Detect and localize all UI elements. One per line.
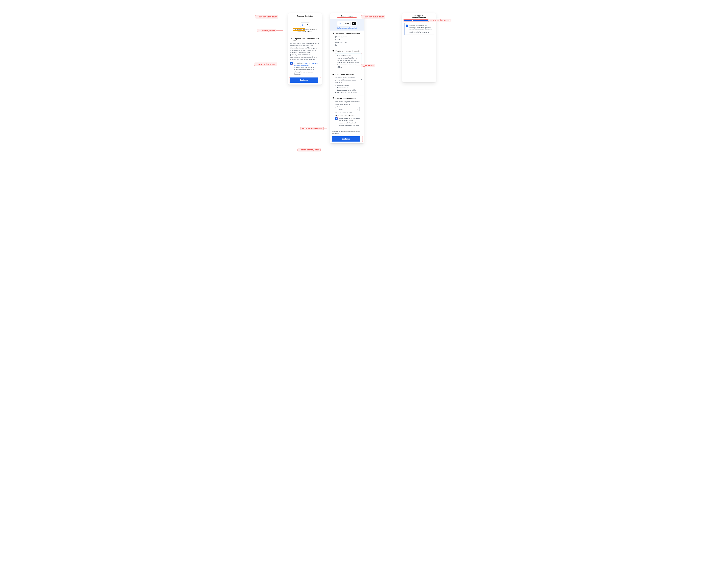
info-expand-row[interactable]: Ao ser redirecionado você só precisa val…: [335, 77, 362, 84]
checkmark-circle-icon: [332, 50, 334, 52]
arrow-left-icon: [290, 15, 292, 17]
info-item: Dados da conta: [337, 87, 362, 89]
info-item: Dados cadastrais: [337, 85, 362, 86]
cnpj-value: {CNPJ}: [335, 38, 362, 41]
processing-alert: i Estamos processando sua solicitação e …: [404, 23, 434, 35]
term-lead: Você estará compartilhando os seus dados…: [335, 101, 362, 106]
purpose-text: Soluções financeiras personalizadas ofer…: [335, 53, 362, 70]
term-heading: Prazo de compartilhamento: [336, 97, 357, 99]
check-icon: [336, 118, 337, 119]
info-heading: Informações solicitadas: [336, 74, 354, 75]
consent-prefix: Li e aceito os: [294, 62, 303, 64]
nav-bar: Termos e Condições: [288, 14, 322, 19]
chevron-right-icon: ›: [361, 77, 362, 84]
accept-terms-checkbox[interactable]: [290, 62, 293, 65]
progress-seg-2: [413, 20, 434, 21]
brand-name: Belvo.: [308, 31, 313, 33]
nav-title: Resumo de compartilhamento: [408, 15, 430, 18]
hero: ◎ belvo. ▦ Saiba mais sobre Banco Itaú: [330, 19, 364, 30]
svg-rect-5: [333, 98, 334, 99]
bank-logo-icon: ▦: [352, 22, 356, 25]
purpose-heading: Propósito do compartilhamento: [336, 50, 360, 52]
nav-title: Termos e Condições: [294, 15, 322, 17]
logo-pair: ◎ b.: [300, 22, 310, 27]
progress-seg-1: [404, 20, 412, 21]
company-name-value: {Company_name}: [335, 36, 362, 38]
screen-summary: Resumo de compartilhamento i Estamos pro…: [402, 14, 436, 82]
info-icon: [332, 74, 334, 76]
period-until: Até 26 de Janeiro de 2024: [335, 112, 362, 114]
partner-logo-icon: ◎: [338, 22, 342, 25]
screen-terms: Termos e Condições ◎ b. {companyName} se…: [288, 14, 322, 85]
nav-title: Consentimento: [336, 15, 364, 17]
privacy-body: Na Belvo, valorizamos a transparência e …: [290, 42, 320, 61]
period-label: Período: [337, 106, 342, 108]
belvo-logo: belvo.: [343, 22, 351, 25]
svg-point-1: [332, 50, 334, 51]
period-value: 12 meses: [337, 108, 343, 110]
continue-button[interactable]: Continuar: [290, 78, 318, 83]
check-icon: [291, 63, 292, 64]
auto-renew-checkbox[interactable]: [335, 118, 338, 120]
nav-bar: Consentimento: [330, 14, 364, 19]
learn-more-link[interactable]: Saiba mais sobre Banco Itaú: [337, 27, 357, 29]
back-button[interactable]: [330, 14, 336, 19]
person-name-value: {name} {last_name}: [335, 41, 362, 44]
caret-down-icon: ▾: [357, 108, 358, 110]
footer-note: Ao continuar, você está aceitando os ter…: [330, 129, 364, 135]
requester-heading: Solicitante do compartilhamento: [336, 33, 360, 34]
nav-bar: Resumo de compartilhamento: [402, 14, 436, 19]
info-item: Dados de operação de crédito: [337, 91, 362, 93]
lock-icon: [290, 38, 292, 40]
period-select[interactable]: Período 12 meses ▾: [335, 107, 360, 111]
auto-renew-text: Antes de expirar, os dados serão renovad…: [339, 118, 362, 126]
progress-segments: [404, 20, 435, 21]
svg-rect-3: [333, 74, 333, 75]
person-icon: [332, 32, 334, 34]
info-item: Dados de cartões de crédito: [337, 89, 362, 91]
info-subtext: Ao ser redirecionado você só precisa val…: [335, 77, 360, 84]
screen-consent: Consentimento ◎ belvo. ▦ Saiba mais sobr…: [330, 14, 364, 143]
back-button[interactable]: [288, 14, 294, 19]
arrow-left-icon: [332, 15, 334, 17]
continue-button[interactable]: Continuar: [332, 136, 360, 142]
belvo-logo-icon: b.: [305, 23, 310, 27]
callout-color-primary-base-3: --color-primary-base: [298, 148, 321, 151]
calendar-icon: [332, 97, 334, 99]
alert-text: Estamos processando sua solicitação e em…: [409, 24, 433, 34]
privacy-heading: Sua privacidade é importante para nós: [293, 38, 320, 41]
info-circle-icon: i: [406, 24, 408, 27]
svg-point-0: [333, 33, 333, 33]
company-name-placeholder: {companyName}: [293, 29, 305, 30]
partner-logo-icon: ◎: [300, 23, 305, 27]
cpf-value: {CPF}: [335, 44, 362, 46]
auto-renew-heading: Ativar renovação automática: [335, 115, 362, 117]
